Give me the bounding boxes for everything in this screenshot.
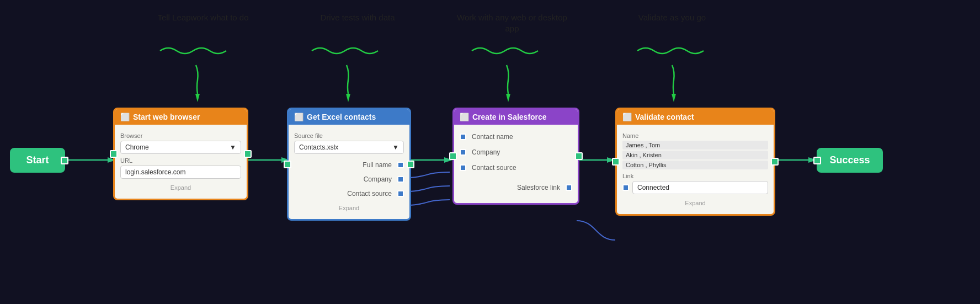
start-browser-node: ⬜ Start web browser Browser Chrome ▼ URL… — [113, 108, 248, 200]
get-excel-output-port[interactable] — [407, 161, 414, 168]
name-3-last: Phyllis — [649, 162, 667, 168]
name-row-1: James , Tom — [622, 141, 768, 150]
sf-source-label: Contact source — [472, 164, 516, 172]
start-browser-expand[interactable]: Expand — [120, 181, 241, 194]
success-input-port[interactable] — [813, 157, 821, 164]
start-output-port[interactable] — [61, 157, 68, 164]
start-node: Start — [10, 148, 65, 173]
name-row-3: Cotton , Phyllis — [622, 161, 768, 169]
get-excel-header: ⬜ Get Excel contacts — [289, 109, 409, 125]
sf-source-row: Contact source — [460, 162, 572, 173]
svg-marker-13 — [672, 94, 676, 102]
name-row-2: Akin , Kristen — [622, 151, 768, 159]
sf-contactname-row: Contact name — [460, 131, 572, 142]
validate-link-value: Connected — [632, 181, 768, 194]
sf-source-port[interactable] — [460, 164, 466, 171]
get-excel-body: Source file Contacts.xslx ▼ Full name Co… — [289, 125, 409, 219]
source-select[interactable]: Contacts.xslx ▼ — [294, 141, 404, 154]
name-1-last: Tom — [648, 142, 660, 148]
validate-input-port[interactable] — [612, 158, 620, 166]
success-label: Success — [829, 154, 870, 166]
start-browser-header: ⬜ Start web browser — [115, 109, 247, 125]
svg-marker-12 — [506, 94, 510, 102]
start-browser-output-port[interactable] — [244, 150, 252, 158]
start-label: Start — [26, 154, 49, 166]
validate-link-label: Link — [622, 173, 768, 179]
url-label: URL — [120, 157, 241, 164]
sf-link-row: Salesforce link — [460, 182, 572, 193]
sf-link-port[interactable] — [566, 184, 572, 191]
validate-contact-node: ⬜ Validate contact Name James , Tom Akin… — [615, 108, 775, 216]
start-browser-icon: ⬜ — [120, 113, 130, 121]
create-sf-header: ⬜ Create in Salesforce — [454, 109, 578, 125]
sf-company-port[interactable] — [460, 149, 466, 156]
salesforce-icon: ⬜ — [460, 113, 469, 121]
sf-company-label: Company — [472, 148, 500, 156]
validate-body: Name James , Tom Akin , Kristen Cotton ,… — [617, 125, 774, 214]
excel-company-row: Company — [294, 174, 404, 185]
name-3-first: Cotton — [626, 162, 643, 168]
excel-fullname-label: Full name — [294, 161, 392, 169]
create-sf-output-port[interactable] — [575, 152, 583, 160]
create-salesforce-node: ⬜ Create in Salesforce Contact name Comp… — [452, 108, 579, 205]
annotation-validate: Validate as you go — [622, 12, 722, 23]
workflow-canvas: Tell Leapwork what to do Drive tests wit… — [0, 0, 980, 304]
svg-marker-11 — [346, 94, 350, 102]
sf-contactname-label: Contact name — [472, 133, 513, 141]
sf-link-label: Salesforce link — [517, 184, 560, 191]
name-2-last: Kristen — [643, 152, 662, 158]
create-sf-input-port[interactable] — [449, 152, 457, 160]
excel-source-port[interactable] — [397, 190, 404, 197]
url-input[interactable]: login.salesforce.com — [120, 166, 241, 179]
annotation-leapwork: Tell Leapwork what to do — [148, 12, 258, 23]
validate-name-label: Name — [622, 132, 768, 139]
svg-marker-10 — [195, 94, 200, 102]
chevron-down-icon: ▼ — [230, 143, 236, 151]
success-node: Success — [817, 148, 883, 173]
validate-link-input-port[interactable] — [622, 184, 629, 191]
start-browser-body: Browser Chrome ▼ URL login.salesforce.co… — [115, 125, 247, 199]
excel-icon: ⬜ — [294, 113, 303, 121]
get-excel-node: ⬜ Get Excel contacts Source file Contact… — [287, 108, 411, 221]
browser-label: Browser — [120, 132, 241, 139]
annotation-work-with: Work with any web or desktop app — [457, 12, 567, 34]
validate-header: ⬜ Validate contact — [617, 109, 774, 125]
source-label: Source file — [294, 132, 404, 139]
names-list: James , Tom Akin , Kristen Cotton , Phyl… — [622, 141, 768, 169]
create-sf-body: Contact name Company Contact source Sale… — [454, 125, 578, 203]
name-2-first: Akin — [626, 152, 637, 158]
start-browser-input-port[interactable] — [110, 150, 118, 158]
validate-expand[interactable]: Expand — [622, 196, 768, 210]
validate-output-port[interactable] — [771, 158, 779, 166]
get-excel-input-port[interactable] — [284, 161, 291, 168]
excel-company-port[interactable] — [397, 176, 404, 183]
validate-icon: ⬜ — [622, 113, 632, 121]
excel-source-row: Contact source — [294, 188, 404, 199]
sf-company-row: Company — [460, 147, 572, 158]
sf-contactname-port[interactable] — [460, 134, 466, 140]
excel-fullname-port[interactable] — [397, 162, 404, 168]
excel-contact-source-label: Contact source — [294, 190, 392, 198]
annotation-drive-tests: Drive tests with data — [308, 12, 407, 23]
chevron-down-icon2: ▼ — [392, 143, 399, 151]
excel-fullname-row: Full name — [294, 159, 404, 170]
get-excel-expand[interactable]: Expand — [294, 201, 404, 215]
excel-company-label: Company — [294, 175, 392, 183]
name-1-first: James — [626, 142, 643, 148]
browser-select[interactable]: Chrome ▼ — [120, 141, 241, 154]
